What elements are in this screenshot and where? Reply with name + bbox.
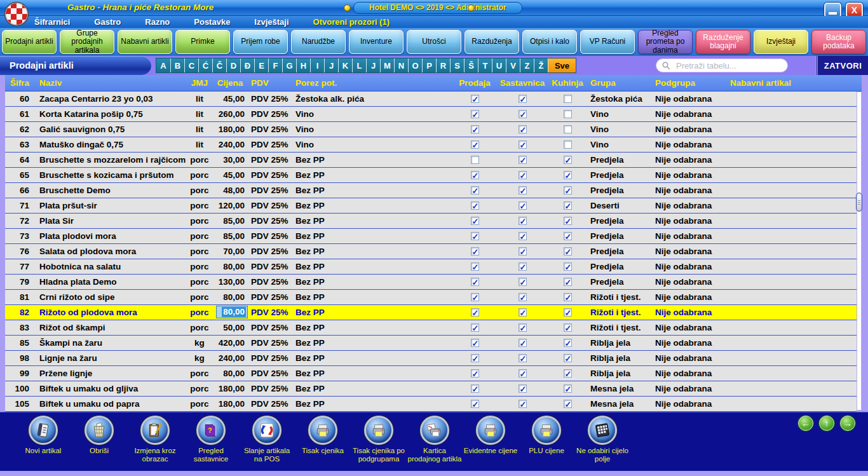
table-row-65[interactable]: 65Bruschette s kozicama i pršutomporc45,… <box>5 168 857 183</box>
menu-item-otvoreni-prozori[interactable]: Otvoreni prozori (1) <box>313 17 390 27</box>
column-header-grupa[interactable]: Grupa <box>587 75 652 91</box>
kuhinja-checkbox[interactable] <box>564 140 572 149</box>
prodaja-checkbox[interactable] <box>471 247 479 255</box>
prodaja-checkbox[interactable] <box>471 384 479 393</box>
letter-filter-i[interactable]: I <box>310 58 324 72</box>
table-row-73[interactable]: 73Plata plodovi moraporc85,00PDV 25%Bez … <box>5 229 857 244</box>
otpisi-i-kalo-button[interactable]: Otpisi i kalo <box>522 30 577 54</box>
menu-item-postavke[interactable]: Postavke <box>194 17 230 27</box>
letter-filter-m[interactable]: M <box>380 58 394 72</box>
column-header-sastavnica[interactable]: Sastavnica <box>497 75 548 91</box>
prodaja-checkbox[interactable] <box>471 262 479 271</box>
table-row-79[interactable]: 79Hladna plata Demoporc130,00PDV 25%Bez … <box>5 275 857 290</box>
letter-filter-p[interactable]: P <box>422 58 436 72</box>
menu-item-izvje-taji[interactable]: Izvještaji <box>254 17 288 27</box>
letter-filter-a[interactable]: A <box>156 58 170 72</box>
sastavnica-checkbox[interactable] <box>519 293 527 301</box>
menu-item-ifrarnici[interactable]: Šifrarnici <box>34 17 70 27</box>
table-row-98[interactable]: 98Lignje na žarukg240,00PDV 25%Bez PPRib… <box>5 351 857 366</box>
kuhinja-checkbox[interactable] <box>564 110 572 118</box>
razdu-enja-button[interactable]: Razduženja <box>465 30 519 54</box>
sastavnica-checkbox[interactable] <box>519 217 527 225</box>
sastavnica-checkbox[interactable] <box>519 323 527 332</box>
table-row-83[interactable]: 83Rižot od škampiporc50,00PDV 25%Bez PPR… <box>5 320 857 336</box>
utro-ci-button[interactable]: Utrošci <box>407 30 461 54</box>
column-header-porez-pot[interactable]: Porez pot. <box>292 75 452 91</box>
sastavnica-checkbox[interactable] <box>519 110 527 118</box>
prodaja-checkbox[interactable] <box>471 308 479 316</box>
kuhinja-checkbox[interactable] <box>564 339 572 347</box>
letter-filter-k[interactable]: K <box>338 58 352 72</box>
sastavnica-checkbox[interactable] <box>519 247 527 255</box>
sastavnica-checkbox[interactable] <box>519 384 527 393</box>
table-row-72[interactable]: 72Plata Sirporc85,00PDV 25%Bez PPPredjel… <box>5 214 857 229</box>
izvje-taji-button[interactable]: Izvještaji <box>754 30 808 54</box>
letter-filter-v[interactable]: V <box>506 58 520 72</box>
kartica-prodajnog-artikla-button[interactable]: Kartica prodajnog artikla <box>407 416 463 463</box>
arrow-right-icon[interactable]: → <box>840 416 855 431</box>
pregled-sastavnice-button[interactable]: ?Pregled sastavnice <box>183 416 239 463</box>
slanje-artikala-na-pos-button[interactable]: Slanje artikala na POS <box>239 416 295 463</box>
table-row-105[interactable]: 105Biftek u umaku od papraporc180,00PDV … <box>5 397 857 412</box>
letter-filter-f[interactable]: F <box>268 58 282 72</box>
kuhinja-checkbox[interactable] <box>564 323 572 332</box>
kuhinja-checkbox[interactable] <box>564 384 572 393</box>
arrow-up-icon[interactable]: ↑ <box>819 416 834 431</box>
prodaja-checkbox[interactable] <box>471 186 479 194</box>
letter-filter-c[interactable]: C <box>184 58 198 72</box>
obri-i-button[interactable]: Obriši <box>71 416 127 455</box>
tisak-cjenika-po-podgrupama-button[interactable]: Tisak cjenika po podgrupama <box>351 416 407 463</box>
sastavnica-checkbox[interactable] <box>519 262 527 271</box>
sastavnica-checkbox[interactable] <box>519 186 527 194</box>
letter-filter-u[interactable]: U <box>492 58 506 72</box>
search-input[interactable] <box>675 60 789 71</box>
letter-filter-t[interactable]: T <box>478 58 492 72</box>
kuhinja-checkbox[interactable] <box>564 400 572 408</box>
letter-filter-[interactable]: Č <box>212 58 226 72</box>
column-header-podgrupa[interactable]: Podgrupa <box>652 75 727 91</box>
prodaja-checkbox[interactable] <box>471 400 479 408</box>
arrow-left-icon[interactable]: ← <box>798 416 813 431</box>
table-row-77[interactable]: 77Hobotnica na salatuporc80,00PDV 25%Bez… <box>5 259 857 275</box>
prodaja-checkbox[interactable] <box>471 217 479 225</box>
tisak-cjenika-button[interactable]: Tisak cjenika <box>295 416 351 455</box>
table-row-85[interactable]: 85Škampi na žarukg420,00PDV 25%Bez PPRib… <box>5 336 857 351</box>
vertical-scrollbar[interactable] <box>857 92 862 411</box>
sastavnica-checkbox[interactable] <box>519 369 527 377</box>
letter-filter-s[interactable]: S <box>450 58 464 72</box>
table-row-100[interactable]: 100Biftek u umaku od gljivaporc180,00PDV… <box>5 381 857 397</box>
sastavnica-checkbox[interactable] <box>519 232 527 240</box>
sastavnica-checkbox[interactable] <box>519 354 527 362</box>
column-header-cijena[interactable]: Cijena <box>212 75 248 91</box>
menu-item-gastro[interactable]: Gastro <box>94 17 121 27</box>
table-row-76[interactable]: 76Salata od plodova moraporc70,00PDV 25%… <box>5 244 857 259</box>
prodaja-checkbox[interactable] <box>471 369 479 377</box>
table-row-82[interactable]: 82Rižoto od plodova moraporc80,00PDV 25%… <box>5 305 857 320</box>
narud-be-button[interactable]: Narudžbe <box>291 30 346 54</box>
prodaja-checkbox[interactable] <box>471 278 479 286</box>
letter-filter-g[interactable]: G <box>282 58 296 72</box>
column-header-jmj[interactable]: JMJ <box>187 75 212 91</box>
pregled-prometa-po-danima-button[interactable]: Pregled prometa po danima <box>638 30 693 54</box>
sastavnica-checkbox[interactable] <box>519 95 527 103</box>
menu-item-razno[interactable]: Razno <box>145 17 170 27</box>
prodaja-checkbox[interactable] <box>471 125 479 133</box>
prodaja-checkbox[interactable] <box>471 171 479 179</box>
sastavnica-checkbox[interactable] <box>519 308 527 316</box>
primke-button[interactable]: Primke <box>175 30 230 54</box>
column-header-naziv[interactable]: Naziv <box>34 75 187 91</box>
ne-odabiri-cijelo-polje-button[interactable]: Ne odabiri cijelo polje <box>574 416 630 463</box>
column-header-prodaja[interactable]: Prodaja <box>452 75 497 91</box>
vp-ra-uni-button[interactable]: VP Računi <box>580 30 635 54</box>
sastavnica-checkbox[interactable] <box>519 171 527 179</box>
column-header-ifra[interactable]: Šifra <box>5 75 34 91</box>
price-edit-cell[interactable]: 80,00 <box>216 306 248 318</box>
letter-filter-[interactable]: Ž <box>534 58 548 72</box>
kuhinja-checkbox[interactable] <box>564 247 572 255</box>
prodaja-checkbox[interactable] <box>471 110 479 118</box>
grupe-prodajnih-artikala-button[interactable]: Grupe prodajnih artikala <box>60 30 114 54</box>
kuhinja-checkbox[interactable] <box>564 125 572 133</box>
prodaja-checkbox[interactable] <box>471 293 479 301</box>
prodaja-checkbox[interactable] <box>471 323 479 332</box>
letter-filter-[interactable]: Š <box>464 58 478 72</box>
